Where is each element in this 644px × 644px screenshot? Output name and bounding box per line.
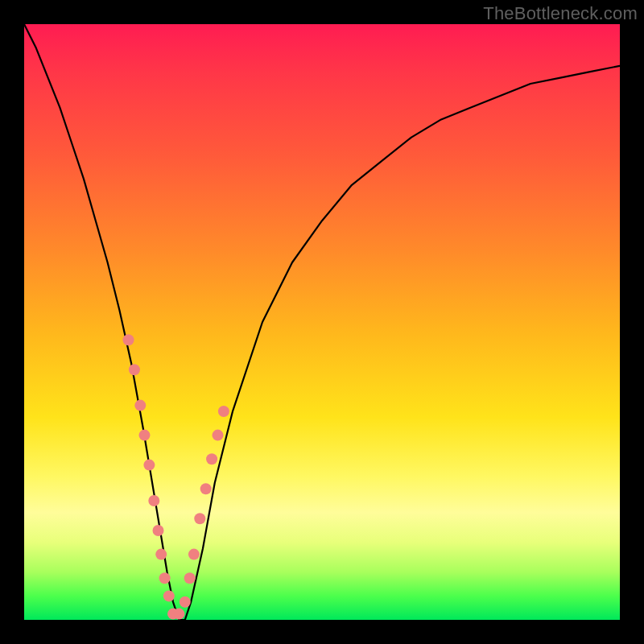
- watermark: TheBottleneck.com: [483, 3, 638, 24]
- highlighted-points: [123, 334, 229, 619]
- marker-point: [184, 572, 196, 584]
- marker-point: [148, 495, 159, 506]
- plot-area: [24, 24, 620, 620]
- marker-point: [163, 590, 175, 601]
- marker-point: [188, 549, 200, 560]
- marker-point: [153, 525, 164, 536]
- marker-point: [180, 597, 191, 608]
- marker-point: [139, 430, 151, 441]
- marker-point: [159, 572, 171, 584]
- marker-point: [173, 609, 184, 620]
- marker-point: [218, 406, 229, 417]
- marker-point: [194, 513, 205, 524]
- chart-frame: TheBottleneck.com: [0, 0, 644, 644]
- marker-point: [123, 334, 134, 345]
- marker-point: [129, 364, 140, 375]
- marker-point: [134, 400, 146, 411]
- marker-point: [206, 453, 217, 464]
- marker-point: [143, 460, 155, 471]
- marker-point: [213, 430, 224, 441]
- marker-point: [200, 483, 212, 494]
- marker-point: [155, 549, 167, 560]
- curve-layer: [24, 24, 620, 620]
- bottleneck-curve: [24, 24, 620, 620]
